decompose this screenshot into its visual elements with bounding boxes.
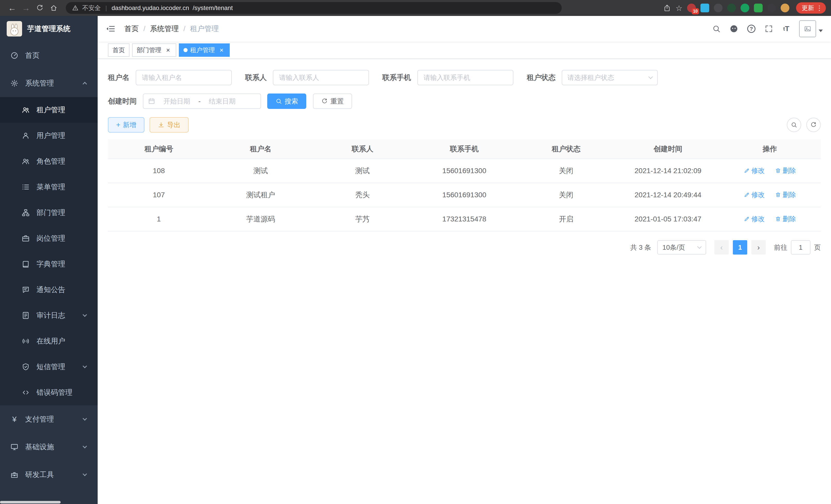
bookmark-star-icon[interactable]: ☆ (676, 4, 683, 12)
sidebar-item-label: 部门管理 (36, 208, 65, 217)
phone-input[interactable] (417, 70, 513, 85)
refresh-table-button[interactable] (806, 118, 821, 132)
sidebar-item-user[interactable]: 用户管理 (0, 123, 98, 148)
tags-view: 首页 部门管理 × 租户管理 × (98, 41, 831, 59)
search-button[interactable]: 搜索 (267, 93, 306, 109)
user-icon (22, 131, 30, 140)
link-label: 修改 (751, 214, 765, 224)
browser-home-button[interactable] (47, 2, 61, 14)
chevron-down-icon (83, 472, 87, 476)
address-divider: | (105, 4, 107, 11)
edit-button[interactable]: 修改 (744, 214, 765, 224)
breadcrumb-system[interactable]: 系统管理 (150, 24, 179, 34)
link-label: 删除 (783, 214, 796, 224)
sidebar-item-audit-log[interactable]: 审计日志 (0, 303, 98, 328)
fullscreen-icon[interactable] (761, 21, 776, 37)
font-size-icon[interactable]: tT (779, 21, 794, 37)
delete-button[interactable]: 删除 (775, 166, 796, 175)
cell-actions: 修改 删除 (719, 207, 821, 231)
contact-input[interactable] (273, 70, 369, 85)
sidebar-item-label: 菜单管理 (36, 182, 65, 192)
sidebar-item-role[interactable]: 角色管理 (0, 148, 98, 174)
search-icon (276, 98, 282, 105)
delete-button[interactable]: 删除 (775, 214, 796, 224)
sidebar-item-tenant[interactable]: 租户管理 (0, 97, 98, 123)
extension-icon[interactable] (700, 4, 709, 12)
search-icon[interactable] (709, 21, 724, 37)
sidebar-item-notice[interactable]: 通知公告 (0, 277, 98, 303)
page-unit-label: 页 (814, 243, 821, 252)
page-size-select[interactable]: 10条/页 (657, 240, 706, 255)
reset-button[interactable]: 重置 (313, 93, 352, 109)
export-button[interactable]: 导出 (149, 117, 189, 132)
toggle-search-button[interactable] (787, 118, 801, 132)
chevron-down-icon (83, 364, 87, 368)
link-label: 修改 (751, 166, 765, 175)
button-label: 重置 (331, 97, 344, 106)
browser-back-button[interactable]: ← (5, 2, 19, 14)
filter-create-time: 创建时间 - (108, 93, 261, 109)
github-icon[interactable] (726, 21, 742, 37)
sidebar-group-payment[interactable]: ¥ 支付管理 (0, 405, 98, 433)
sidebar-scrollbar[interactable] (0, 501, 61, 503)
extension-icon[interactable] (754, 4, 763, 12)
goto-page-input[interactable] (791, 240, 810, 255)
cell-status: 关闭 (515, 183, 617, 207)
app-logo[interactable]: 芋道管理系统 (0, 16, 98, 41)
extension-icon[interactable] (741, 4, 749, 12)
user-avatar-menu[interactable] (799, 20, 823, 37)
filter-contact: 联系人 (245, 70, 369, 85)
tenant-name-input[interactable] (136, 70, 232, 85)
sidebar-item-menu[interactable]: 菜单管理 (0, 174, 98, 200)
status-select[interactable]: 请选择租户状态 (562, 70, 658, 85)
hamburger-icon[interactable] (98, 16, 123, 41)
breadcrumb-home[interactable]: 首页 (124, 24, 139, 34)
extension-icon[interactable]: 10 (687, 4, 696, 12)
sidebar-item-label: 错误码管理 (36, 388, 73, 397)
address-bar[interactable]: 不安全 | dashboard.yudao.iocoder.cn/system/… (66, 2, 562, 14)
page-number-1[interactable]: 1 (733, 240, 747, 255)
filter-status: 租户状态 请选择租户状态 (527, 70, 658, 85)
select-placeholder: 请选择租户状态 (567, 73, 614, 82)
next-page-button[interactable]: › (751, 240, 766, 255)
browser-profile-avatar[interactable] (781, 4, 790, 12)
edit-button[interactable]: 修改 (744, 166, 765, 175)
sidebar-item-post[interactable]: 岗位管理 (0, 226, 98, 251)
sidebar-item-sms[interactable]: 短信管理 (0, 354, 98, 380)
browser-reload-button[interactable] (33, 2, 47, 14)
url-path: /system/tenant (193, 4, 233, 11)
sidebar-item-error-code[interactable]: 错误码管理 (0, 380, 98, 405)
browser-update-button[interactable]: 更新 ⋮ (796, 2, 826, 13)
sidebar-item-dict[interactable]: 字典管理 (0, 251, 98, 277)
sidebar-item-online-users[interactable]: 在线用户 (0, 328, 98, 354)
sidebar-item-label: 审计日志 (36, 310, 65, 320)
sidebar-item-home[interactable]: 首页 (0, 41, 98, 69)
cell-tenant-name: 芋道源码 (210, 207, 311, 231)
extension-icon[interactable] (767, 4, 776, 12)
delete-button[interactable]: 删除 (775, 190, 796, 199)
add-button[interactable]: + 新增 (108, 117, 144, 132)
extension-icon[interactable] (714, 4, 722, 12)
end-date-input[interactable] (203, 97, 242, 105)
extension-icon[interactable] (727, 4, 736, 12)
tab-dept[interactable]: 部门管理 × (132, 43, 176, 57)
tab-tenant[interactable]: 租户管理 × (179, 43, 230, 57)
sidebar-group-system[interactable]: 系统管理 (0, 69, 98, 97)
date-range-picker[interactable]: - (143, 93, 261, 109)
edit-button[interactable]: 修改 (744, 190, 765, 199)
browser-forward-button[interactable]: → (19, 2, 33, 14)
start-date-input[interactable] (157, 97, 196, 105)
refresh-icon (321, 98, 328, 105)
sidebar-item-dept[interactable]: 部门管理 (0, 200, 98, 226)
tab-home[interactable]: 首页 (108, 43, 130, 57)
close-icon[interactable]: × (218, 47, 225, 54)
cell-phone: 15601691300 (413, 159, 515, 183)
prev-page-button[interactable]: ‹ (714, 240, 729, 255)
book-icon (22, 260, 30, 268)
help-icon[interactable]: ? (744, 21, 759, 37)
cell-actions: 修改 删除 (719, 183, 821, 207)
sidebar-group-devtools[interactable]: 研发工具 (0, 461, 98, 488)
close-icon[interactable]: × (165, 47, 172, 54)
sidebar-group-infra[interactable]: 基础设施 (0, 433, 98, 461)
share-icon[interactable] (663, 4, 671, 12)
